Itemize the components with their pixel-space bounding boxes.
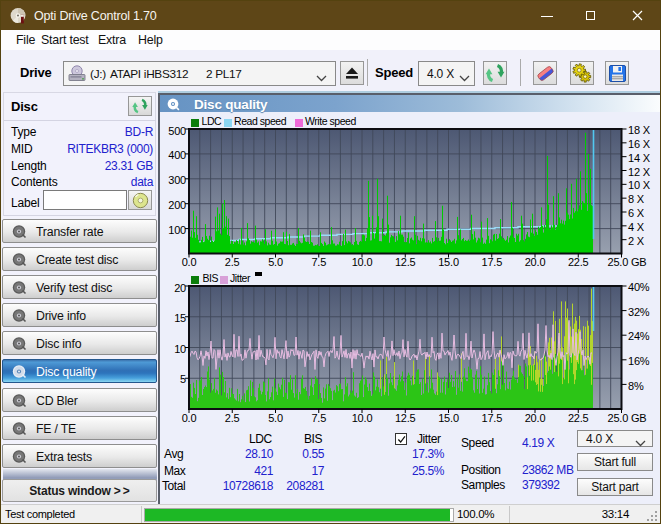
svg-text:400: 400 [168, 149, 186, 161]
svg-text:12.5: 12.5 [395, 412, 416, 424]
svg-text:2 X: 2 X [628, 235, 645, 247]
svg-text:500: 500 [168, 125, 186, 137]
svg-text:16 X: 16 X [628, 138, 651, 150]
svg-text:17.5: 17.5 [481, 412, 502, 424]
svg-text:10: 10 [174, 343, 186, 355]
svg-text:200: 200 [168, 199, 186, 211]
svg-text:18 X: 18 X [628, 124, 651, 136]
svg-text:20: 20 [174, 282, 186, 294]
svg-text:20.0: 20.0 [525, 412, 546, 424]
svg-text:25.0 GB: 25.0 GB [608, 256, 647, 268]
svg-text:10 X: 10 X [628, 179, 651, 191]
svg-text:0.0: 0.0 [182, 412, 197, 424]
svg-text:25.0 GB: 25.0 GB [608, 412, 647, 424]
svg-text:2.5: 2.5 [225, 256, 240, 268]
svg-text:5.0: 5.0 [268, 256, 283, 268]
svg-text:8%: 8% [628, 380, 644, 392]
svg-text:12 X: 12 X [628, 166, 651, 178]
svg-text:2.5: 2.5 [225, 412, 240, 424]
svg-text:12.5: 12.5 [395, 256, 416, 268]
svg-text:8 X: 8 X [628, 193, 645, 205]
svg-text:22.5: 22.5 [568, 412, 589, 424]
svg-text:6 X: 6 X [628, 207, 645, 219]
svg-text:22.5: 22.5 [568, 256, 589, 268]
svg-text:15.0: 15.0 [438, 256, 459, 268]
svg-text:4 X: 4 X [628, 221, 645, 233]
svg-text:15: 15 [174, 312, 186, 324]
svg-text:7.5: 7.5 [311, 412, 326, 424]
svg-text:0.0: 0.0 [182, 256, 197, 268]
svg-text:16%: 16% [628, 355, 650, 367]
svg-text:100: 100 [168, 224, 186, 236]
svg-text:5.0: 5.0 [268, 412, 283, 424]
svg-text:17.5: 17.5 [481, 256, 502, 268]
svg-text:32%: 32% [628, 306, 650, 318]
svg-text:15.0: 15.0 [438, 412, 459, 424]
svg-text:5: 5 [180, 373, 186, 385]
svg-text:300: 300 [168, 174, 186, 186]
svg-text:14 X: 14 X [628, 152, 651, 164]
svg-text:10.0: 10.0 [352, 412, 373, 424]
svg-text:10.0: 10.0 [352, 256, 373, 268]
svg-text:24%: 24% [628, 330, 650, 342]
svg-text:20.0: 20.0 [525, 256, 546, 268]
svg-text:7.5: 7.5 [311, 256, 326, 268]
svg-text:40%: 40% [628, 281, 650, 293]
